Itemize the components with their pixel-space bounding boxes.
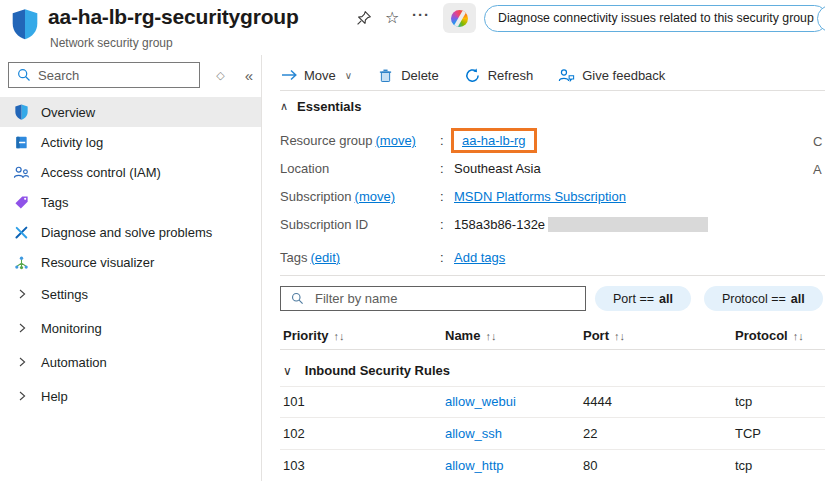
column-header-priority[interactable]: Priority↑↓ <box>283 328 445 343</box>
people-icon <box>13 164 30 181</box>
move-button[interactable]: Move ∨ <box>280 67 352 84</box>
resource-group-move-link[interactable]: (move) <box>376 133 416 148</box>
page-subtitle: Network security group <box>50 36 173 50</box>
search-icon <box>289 290 306 307</box>
essentials-toggle[interactable]: ∧ Essentials <box>280 99 361 114</box>
sidebar-search-box[interactable] <box>8 62 200 88</box>
sidebar-item-label: Settings <box>41 287 88 302</box>
rule-priority: 103 <box>283 458 445 473</box>
clipped-right-column-label-1: C <box>813 134 822 149</box>
subscription-move-link[interactable]: (move) <box>355 189 395 204</box>
table-row: 102 allow_ssh 22 TCP <box>280 418 825 450</box>
sort-icon: ↑↓ <box>334 330 345 342</box>
rule-protocol: TCP <box>735 426 825 441</box>
subscription-id-value: 158a3b86-132e <box>454 217 708 232</box>
azure-nsg-overview-page: aa-ha-lb-rg-securitygroup Network securi… <box>0 0 825 481</box>
inbound-rules-group-toggle[interactable]: ∨ Inbound Security Rules <box>283 355 450 386</box>
protocol-filter-value: all <box>791 292 805 306</box>
table-row: 103 allow_http 80 tcp <box>280 450 825 481</box>
search-icon <box>15 67 32 84</box>
sidebar-item-label: Automation <box>41 355 107 370</box>
rule-name-link[interactable]: allow_webui <box>445 394 583 409</box>
delete-button[interactable]: Delete <box>377 67 439 84</box>
chevron-right-icon <box>13 388 30 405</box>
sidebar-item-tags[interactable]: Tags <box>0 187 261 217</box>
arrow-right-icon <box>280 67 297 84</box>
essentials-row-subscription-id: Subscription ID : 158a3b86-132e <box>280 210 708 238</box>
sidebar-item-resource-visualizer[interactable]: Resource visualizer <box>0 247 261 277</box>
collapse-sidebar-icon[interactable]: « <box>245 67 253 84</box>
tag-icon <box>13 194 30 211</box>
add-tags-link[interactable]: Add tags <box>454 250 505 265</box>
sidebar: ◇ « Overview Activity log Access cont <box>0 55 262 481</box>
location-value: Southeast Asia <box>454 161 541 176</box>
refresh-icon <box>464 67 481 84</box>
sort-icon: ↑↓ <box>793 330 804 342</box>
redacted-block <box>548 217 708 232</box>
delete-label: Delete <box>401 68 439 83</box>
sidebar-item-label: Overview <box>41 105 95 120</box>
sidebar-item-activity-log[interactable]: Activity log <box>0 127 261 157</box>
essentials-row-subscription: Subscription(move) : MSDN Platforms Subs… <box>280 182 708 210</box>
sidebar-item-overview[interactable]: Overview <box>0 97 261 127</box>
column-header-protocol[interactable]: Protocol↑↓ <box>735 328 825 343</box>
sort-icon: ↑↓ <box>614 330 625 342</box>
sidebar-item-settings[interactable]: Settings <box>0 277 261 311</box>
tools-icon <box>13 224 30 241</box>
sidebar-search-input[interactable] <box>38 68 193 83</box>
subscription-link[interactable]: MSDN Platforms Subscription <box>454 189 626 204</box>
rule-port: 4444 <box>583 394 735 409</box>
copilot-button[interactable] <box>443 3 476 33</box>
protocol-filter-pill[interactable]: Protocol == all <box>704 286 823 311</box>
resource-group-link[interactable]: aa-ha-lb-rg <box>462 133 526 148</box>
filter-row: Port == all Protocol == all <box>280 286 823 311</box>
port-filter-prefix: Port == <box>613 292 654 306</box>
protocol-filter-prefix: Protocol == <box>722 292 786 306</box>
refresh-button[interactable]: Refresh <box>464 67 534 84</box>
more-options-icon[interactable]: ··· <box>412 6 430 23</box>
give-feedback-button[interactable]: Give feedback <box>558 67 665 84</box>
filter-by-name-input[interactable] <box>313 290 577 307</box>
sidebar-search-row: ◇ « <box>0 55 261 88</box>
clipped-right-column-label-2: A <box>813 162 822 177</box>
pin-icon[interactable] <box>356 10 372 29</box>
sidebar-item-monitoring[interactable]: Monitoring <box>0 311 261 345</box>
copilot-icon <box>451 10 468 27</box>
chevron-up-icon: ∧ <box>280 100 288 113</box>
sidebar-item-diagnose-and-solve-problems[interactable]: Diagnose and solve problems <box>0 217 261 247</box>
port-filter-pill[interactable]: Port == all <box>595 286 691 311</box>
rule-name-link[interactable]: allow_ssh <box>445 426 583 441</box>
rule-name-link[interactable]: allow_http <box>445 458 583 473</box>
rules-table-body: 101 allow_webui 4444 tcp 102 allow_ssh 2… <box>280 386 825 481</box>
sync-icon[interactable]: ◇ <box>216 69 224 82</box>
shield-icon <box>13 104 30 121</box>
refresh-label: Refresh <box>488 68 534 83</box>
colon: : <box>440 217 454 232</box>
port-filter-value: all <box>659 292 673 306</box>
column-header-port[interactable]: Port↑↓ <box>583 328 735 343</box>
tags-label: Tags(edit) <box>280 250 440 265</box>
feedback-person-icon <box>558 67 575 84</box>
page-header: aa-ha-lb-rg-securitygroup Network securi… <box>0 0 825 55</box>
rule-port: 22 <box>583 426 735 441</box>
page-title: aa-ha-lb-rg-securitygroup <box>48 5 299 29</box>
move-label: Move <box>304 68 336 83</box>
rule-protocol: tcp <box>735 394 825 409</box>
resource-visualizer-icon <box>13 254 30 271</box>
colon: : <box>440 189 454 204</box>
location-label: Location <box>280 161 440 176</box>
colon: : <box>440 250 454 265</box>
sidebar-item-access-control-iam[interactable]: Access control (IAM) <box>0 157 261 187</box>
tags-edit-link[interactable]: (edit) <box>310 250 340 265</box>
sidebar-item-label: Activity log <box>41 135 103 150</box>
rule-priority: 101 <box>283 394 445 409</box>
essentials-row-tags: Tags(edit) : Add tags <box>280 243 708 271</box>
favorite-star-icon[interactable]: ☆ <box>385 10 399 26</box>
inbound-rules-group-label: Inbound Security Rules <box>305 363 450 378</box>
column-header-name[interactable]: Name↑↓ <box>445 328 583 343</box>
sidebar-nav: Overview Activity log Access control (IA… <box>0 97 261 413</box>
sidebar-item-help[interactable]: Help <box>0 379 261 413</box>
copilot-suggestion-pill[interactable]: Diagnose connectivity issues related to … <box>484 5 825 32</box>
filter-by-name-box[interactable] <box>280 286 586 311</box>
sidebar-item-automation[interactable]: Automation <box>0 345 261 379</box>
